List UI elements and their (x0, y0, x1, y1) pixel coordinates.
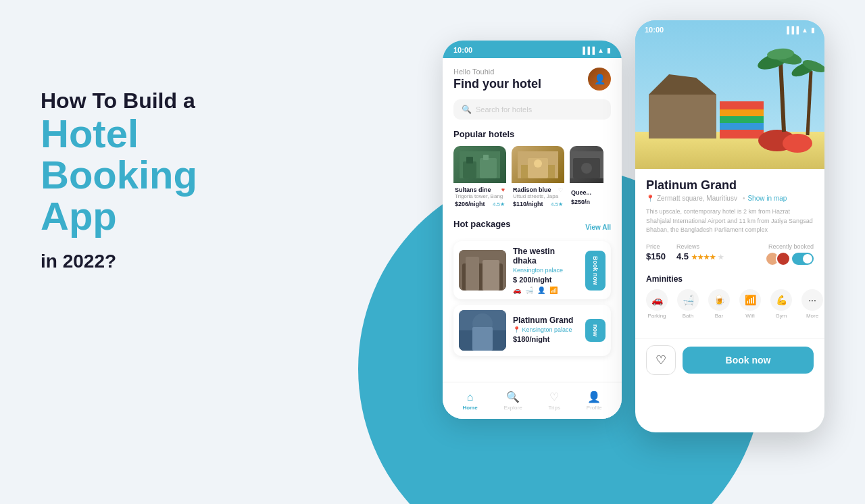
phone2-status-icons: ▐▐▐ ▲ ▮ (785, 26, 815, 34)
greeting-text: Hello Touhid (453, 68, 611, 76)
user-avatar: 👤 (588, 68, 611, 91)
package-1-book-button[interactable]: Book now (585, 251, 606, 291)
search-icon: 🔍 (462, 105, 472, 114)
view-all-button[interactable]: View All (585, 224, 611, 231)
svg-rect-2 (466, 157, 473, 163)
hotel-description: This upscale, contemporary hotel is 2 km… (646, 207, 814, 235)
car-amenity-icon: 🚗 (513, 286, 521, 294)
hotel-card-3[interactable]: Quee... $250/n (570, 146, 603, 209)
location-dot-icon: 📍 (646, 195, 654, 202)
hotel-2-loc: Uttud streets, Japa (513, 193, 563, 199)
recent-avatar-2 (776, 251, 791, 266)
hotel-card-2-info: Radison blue ♡ Uttud streets, Japa $110/… (512, 183, 564, 209)
headline-year: in 2022? (41, 251, 270, 272)
amenity-more[interactable]: ··· More (801, 289, 823, 319)
hotel-card-1[interactable]: Sultans dine ♥ Trigoria tower, Bang $206… (453, 146, 506, 209)
reviews-stat: Reviews 4.5 ★★★★ ★ (676, 243, 724, 261)
wifi-circle: 📶 (739, 289, 761, 311)
search-placeholder-text: Search for hotels (476, 105, 532, 114)
person-amenity-icon: 👤 (537, 286, 545, 294)
wifi-amenity-icon: 📶 (549, 286, 558, 294)
popular-hotels-label: Popular hotels (453, 129, 611, 139)
book-now-button[interactable]: Book now (683, 347, 814, 374)
svg-rect-15 (483, 260, 499, 291)
booking-toggle[interactable] (792, 253, 814, 265)
bath-circle: 🛁 (677, 289, 699, 311)
svg-point-8 (534, 159, 542, 168)
phone1-content: 👤 Hello Touhid Find your hotel 🔍 Search … (443, 58, 622, 412)
wishlist-button[interactable]: ♡ (646, 345, 676, 375)
package-1-loc: Kensington palace (513, 267, 578, 274)
bath-amenity-icon: 🛁 (525, 286, 533, 294)
nav-explore[interactable]: 🔍 Explore (504, 390, 522, 411)
search-bar[interactable]: 🔍 Search for hotels (453, 99, 611, 120)
gym-label: Gym (776, 313, 787, 319)
amenity-parking: 🚗 Parking (646, 289, 668, 319)
svg-rect-22 (649, 95, 716, 138)
hotel-img-2 (512, 146, 564, 183)
svg-rect-3 (480, 158, 497, 178)
explore-icon: 🔍 (506, 390, 520, 403)
trips-icon: ♡ (549, 390, 559, 403)
phone1-time: 10:00 (453, 46, 472, 54)
amenities-row: 🚗 Parking 🛁 Bath 🍺 Bar 📶 Wifi 💪 G (646, 289, 814, 319)
phone1-status-bar: 10:00 ▐▐▐ ▲ ▮ (443, 41, 622, 58)
amenity-gym: 💪 Gym (770, 289, 792, 319)
nav-profile[interactable]: 👤 Profile (587, 390, 602, 411)
more-circle: ··· (801, 289, 823, 311)
home-icon: ⌂ (467, 391, 474, 403)
toggle-dot (803, 254, 812, 263)
hotel-1-rating: 4.5★ (493, 201, 505, 207)
hotel-1-heart: ♥ (501, 186, 505, 193)
price-stat: Price $150 (646, 243, 666, 261)
pkg-img-1 (459, 250, 506, 291)
wifi-icon-2: ▲ (801, 26, 808, 34)
nav-trips[interactable]: ♡ Trips (549, 390, 560, 411)
recently-booked-avatars (765, 251, 787, 266)
beach-scene-svg (635, 20, 824, 169)
nav-profile-label: Profile (587, 405, 602, 411)
package-1-amenities: 🚗 🛁 👤 📶 (513, 286, 578, 294)
battery-icon: ▮ (607, 47, 611, 54)
svg-rect-26 (720, 116, 764, 123)
bar-label: Bar (715, 313, 723, 319)
hotel-cards-row: Sultans dine ♥ Trigoria tower, Bang $206… (453, 146, 611, 209)
svg-rect-1 (463, 161, 476, 178)
more-label: More (806, 313, 818, 319)
hotel-card-1-info: Sultans dine ♥ Trigoria tower, Bang $206… (453, 183, 506, 209)
svg-point-30 (783, 134, 812, 153)
svg-rect-4 (483, 155, 489, 160)
headline-line2: Hotel Booking (41, 114, 270, 196)
phone1-bottom-nav: ⌂ Home 🔍 Explore ♡ Trips 👤 Profile (443, 382, 622, 419)
svg-rect-28 (720, 130, 764, 138)
hotel-card-2[interactable]: Radison blue ♡ Uttud streets, Japa $110/… (512, 146, 564, 209)
nav-trips-label: Trips (549, 405, 560, 411)
nav-home[interactable]: ⌂ Home (462, 391, 477, 411)
hotel-detail-name: Platinum Grand (646, 178, 814, 193)
hotel-1-name: Sultans dine (455, 186, 491, 193)
package-1-info: The westin dhaka Kensington palace $ 200… (513, 247, 578, 294)
show-map-link[interactable]: Show in map (747, 195, 787, 202)
phone2: 10:00 ▐▐▐ ▲ ▮ ‹ (635, 20, 824, 432)
package-card-2[interactable]: Platinum Grand 📍 Kensington palace $180/… (453, 305, 611, 356)
wifi-label: Wifi (745, 313, 754, 319)
hotel-3-name: Quee... (571, 189, 591, 196)
bath-label: Bath (683, 313, 693, 319)
package-2-price: $180/night (513, 335, 578, 343)
package-1-name: The westin dhaka (513, 247, 578, 266)
hotel-img-3 (570, 146, 603, 183)
phone2-time: 10:00 (645, 26, 664, 34)
signal-icon-2: ▐▐▐ (785, 26, 799, 34)
package-2-book-button[interactable]: now (585, 319, 606, 342)
phone2-status-bar: 10:00 ▐▐▐ ▲ ▮ (635, 20, 824, 38)
hotel-2-price: $110/night (513, 201, 543, 207)
parking-circle: 🚗 (646, 289, 668, 311)
recently-booked-stat: Recently booked (765, 243, 814, 266)
signal-icon: ▐▐▐ (580, 47, 595, 54)
gym-circle: 💪 (770, 289, 792, 311)
left-section: How To Build a Hotel Booking App in 2022… (41, 88, 270, 272)
package-2-name: Platinum Grand (513, 316, 578, 325)
pkg-img-2 (459, 310, 506, 351)
hotel-1-price: $206/night (455, 201, 485, 207)
package-card-1[interactable]: The westin dhaka Kensington palace $ 200… (453, 241, 611, 299)
